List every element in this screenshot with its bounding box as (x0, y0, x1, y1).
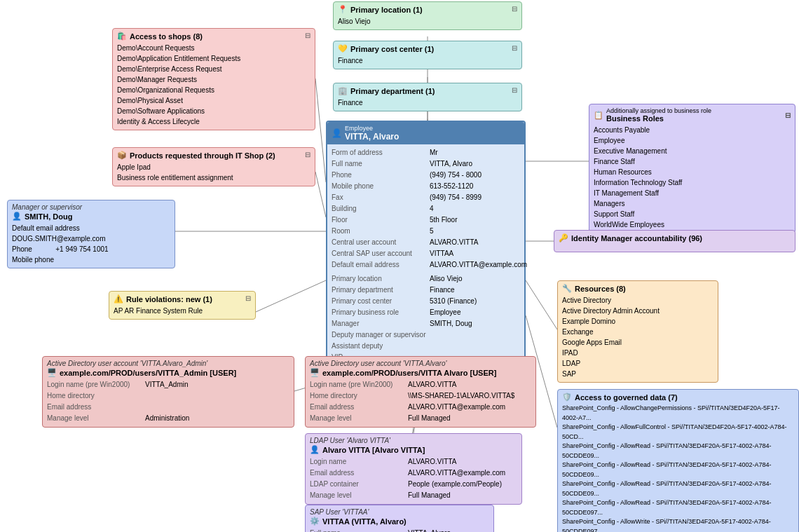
business-roles-items: Accounts Payable Employee Executive Mana… (594, 125, 791, 230)
identity-icon: 🔑 (559, 233, 568, 243)
employee-fields: Form of addressMr Full nameVITTA, Alvaro… (332, 147, 520, 386)
export-icon-5[interactable]: ⊟ (305, 151, 310, 158)
primary-location-header: 📍 Primary location (1) (338, 5, 423, 14)
export-icon-6[interactable]: ⊟ (245, 294, 251, 302)
svg-line-9 (526, 280, 557, 329)
access-to-shops-items: Demo\Account Requests Demo\Application E… (117, 43, 310, 127)
export-icon-3[interactable]: ⊟ (512, 86, 517, 94)
resources-header: 🔧 Resources (8) (562, 284, 626, 293)
ad-user-fields: Login name (pre Win2000)ALVARO.VITTA Hom… (310, 379, 531, 424)
department-icon: 🏢 (338, 86, 348, 95)
primary-department-value: Finance (338, 97, 517, 108)
export-icon-2[interactable]: ⊟ (512, 44, 517, 52)
ad-user-icon: 🖥️ (310, 368, 320, 377)
ad-admin-fields: Login name (pre Win2000)VITTA_Admin Home… (47, 379, 289, 424)
business-roles-node: 📋 Additionally assigned to business role… (589, 104, 795, 233)
location-icon: 📍 (338, 5, 348, 14)
manager-subheader: Manager or supervisor (12, 203, 170, 211)
employee-header: 👤 Employee VITTA, Alvaro (327, 122, 524, 144)
manager-icon: 👤 (12, 212, 22, 221)
primary-cost-center-node: 💛 Primary cost center (1) ⊟ Finance (333, 41, 522, 69)
rule-icon: ⚠️ (114, 294, 123, 303)
employee-name: VITTA, Alvaro (345, 132, 399, 142)
identity-manager-header: 🔑 Identity Manager accountability (96) (559, 233, 702, 243)
manager-header: 👤 SMITH, Doug (12, 212, 72, 221)
sap-icon: ⚙️ (310, 517, 320, 526)
ldap-user-node: LDAP User 'Alvaro VITTA' 👤 Alvaro VITTA … (305, 433, 522, 505)
primary-cost-center-header: 💛 Primary cost center (1) (338, 44, 434, 53)
export-icon[interactable]: ⊟ (512, 5, 517, 13)
ad-user-subheader: Active Directory user account 'VITTA.Alv… (310, 360, 531, 367)
products-requested-node: 📦 Products requested through IT Shop (2)… (112, 147, 315, 186)
ad-admin-header: 🖥️ example.com/PROD/users/VITTA_Admin [U… (47, 368, 289, 377)
export-icon-7[interactable]: ⊟ (785, 111, 791, 119)
cost-center-icon: 💛 (338, 44, 348, 53)
ad-admin-node: Active Directory user account 'VITTA.Alv… (42, 356, 294, 428)
rule-violations-items: AP AR Finance System Rule (114, 306, 251, 316)
resources-items: Active Directory Active Directory Admin … (562, 295, 713, 379)
products-requested-header: 📦 Products requested through IT Shop (2) (117, 151, 275, 160)
primary-cost-center-value: Finance (338, 55, 517, 66)
ldap-fields: Login nameALVARO.VITTA Email addressALVA… (310, 456, 517, 501)
products-requested-items: Apple Ipad Business role entitlement ass… (117, 162, 310, 183)
ad-admin-subheader: Active Directory user account 'VITTA.Alv… (47, 360, 289, 367)
employee-icon: 👤 (332, 128, 342, 138)
primary-location-value: Aliso Viejo (338, 16, 517, 27)
svg-line-6 (256, 280, 326, 312)
business-roles-icon: 📋 (594, 111, 603, 120)
manager-items: Default email address DOUG.SMITH@example… (12, 223, 170, 265)
access-governed-header: 🛡️ Access to governed data (7) (562, 393, 678, 402)
export-icon-4[interactable]: ⊟ (305, 32, 310, 39)
ldap-header: 👤 Alvaro VITTA [Alvaro VITTA] (310, 445, 517, 454)
rule-violations-header: ⚠️ Rule violations: new (1) (114, 294, 212, 303)
manager-node: Manager or supervisor 👤 SMITH, Doug Defa… (7, 200, 175, 268)
svg-line-4 (315, 172, 326, 217)
primary-department-header: 🏢 Primary department (1) (338, 86, 435, 95)
ad-admin-icon: 🖥️ (47, 368, 57, 377)
business-roles-header: 📋 Additionally assigned to business role… (594, 107, 791, 123)
identity-manager-node: 🔑 Identity Manager accountability (96) (554, 230, 795, 252)
sap-user-node: SAP User 'VITTAA' ⚙️ VITTAA (VITTA, Alva… (305, 505, 494, 532)
access-governed-node: 🛡️ Access to governed data (7) SharePoin… (557, 389, 799, 532)
ldap-subheader: LDAP User 'Alvaro VITTA' (310, 437, 517, 444)
primary-department-node: 🏢 Primary department (1) ⊟ Finance (333, 83, 522, 111)
ad-user-node: Active Directory user account 'VITTA.Alv… (305, 356, 536, 428)
products-icon: 📦 (117, 151, 127, 160)
rule-violations-node: ⚠️ Rule violations: new (1) ⊟ AP AR Fina… (109, 291, 256, 320)
resources-node: 🔧 Resources (8) Active Directory Active … (557, 280, 718, 383)
ad-user-header: 🖥️ example.com/PROD/users/VITTA Alvaro [… (310, 368, 531, 377)
employee-sub-label: Employee (345, 125, 399, 132)
employee-node: 👤 Employee VITTA, Alvaro Form of address… (326, 121, 526, 390)
resources-icon: 🔧 (562, 284, 572, 293)
governed-icon: 🛡️ (562, 393, 572, 402)
ldap-icon: 👤 (310, 445, 320, 454)
access-to-shops-node: 🛍️ Access to shops (8) ⊟ Demo\Account Re… (112, 28, 315, 130)
sap-fields: Full nameVITTA, Alvaro Manage levelFull … (310, 528, 489, 532)
shop-icon: 🛍️ (117, 32, 127, 41)
primary-location-node: 📍 Primary location (1) ⊟ Aliso Viejo (333, 1, 522, 30)
sap-subheader: SAP User 'VITTAA' (310, 508, 489, 516)
svg-line-3 (315, 79, 326, 182)
access-to-shops-header: 🛍️ Access to shops (8) (117, 32, 203, 41)
access-governed-items: SharePoint_Config - AllowChangePermissio… (562, 404, 794, 532)
sap-header: ⚙️ VITTAA (VITTA, Alvaro) (310, 517, 489, 526)
